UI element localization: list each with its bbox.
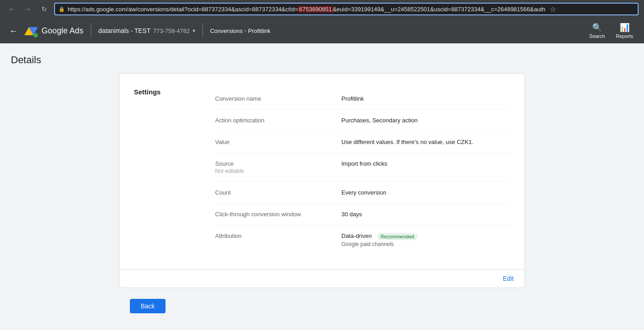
field-value-value: Use different values. If there's no valu… [341,139,510,145]
reports-label: Reports [616,33,633,39]
reload-button[interactable]: ↻ [38,3,51,15]
table-row: Conversion name Profitlink [215,88,510,110]
edit-link[interactable]: Edit [503,275,514,282]
field-label-value: Value [215,139,341,145]
search-button[interactable]: 🔍 Search [586,21,609,41]
field-value-action-optimization: Purchases, Secondary action [341,117,510,124]
header-actions: 🔍 Search 📊 Reports [586,21,637,41]
field-label-source: Source Not editable [215,160,341,174]
attribution-sub: Google paid channels [341,241,510,247]
settings-grid: Settings Conversion name Profitlink [134,88,510,255]
svg-point-2 [33,33,38,37]
field-label-count: Count [215,189,341,196]
page-content: Details Settings Conversion name [0,43,644,324]
account-dropdown-icon: ▾ [193,28,195,34]
header-divider-2 [202,23,203,38]
google-ads-logo-icon [23,23,38,38]
forward-nav-button[interactable]: → [22,3,34,15]
back-button-area: Back [119,299,525,313]
browser-chrome: ← → ↻ 🔒 https://ads.google.com/aw/conver… [0,0,644,18]
header-divider-1 [91,23,91,38]
table-row: Source Not editable Import from clicks [215,153,510,182]
google-ads-label: Google Ads [41,26,83,36]
account-selector[interactable]: datanimals - TEST 773-758-4782 ▾ [98,27,195,34]
edit-section: Edit [120,269,524,288]
search-icon: 🔍 [592,23,602,33]
account-name-text: datanimals - TEST [98,27,151,34]
ads-header: ← Google Ads datanimals - TEST 773-758-4… [0,18,644,43]
search-label: Search [589,33,605,39]
page-title: Details [0,54,644,73]
address-bar[interactable]: 🔒 https://ads.google.com/aw/conversions/… [54,3,639,15]
settings-label-col: Settings [134,88,215,255]
field-value-count: Every conversion [341,189,510,196]
breadcrumb-parent-link[interactable]: Conversions [210,28,243,34]
breadcrumb-arrow: › [244,28,246,34]
field-value-conversion-name: Profitlink [341,95,510,102]
field-label-click-through: Click-through conversion window [215,211,341,218]
table-row: Attribution Data-driven Recommended Goog… [215,225,510,255]
content-area: Settings Conversion name Profitlink [0,73,644,313]
recommended-badge: Recommended [377,233,418,240]
account-phone-text: 773-758-4782 [153,28,190,34]
table-row: Count Every conversion [215,182,510,204]
field-label-conversion-name: Conversion name [215,95,341,102]
settings-rows: Conversion name Profitlink Action optimi… [215,88,510,255]
secure-icon: 🔒 [59,6,65,12]
settings-section-label: Settings [134,88,204,96]
table-row: Action optimization Purchases, Secondary… [215,110,510,131]
field-value-click-through: 30 days [341,211,510,218]
header-back-button[interactable]: ← [7,24,20,38]
url-text: https://ads.google.com/aw/conversions/de… [68,6,545,13]
settings-card: Settings Conversion name Profitlink [119,73,525,288]
google-ads-logo: Google Ads [23,23,83,38]
field-value-attribution: Data-driven Recommended Google paid chan… [341,232,510,247]
breadcrumb-current: Profitlink [248,28,271,34]
field-label-attribution: Attribution [215,232,341,247]
reports-button[interactable]: 📊 Reports [612,21,637,41]
url-highlight: 6753890851 [298,6,332,13]
settings-inner: Settings Conversion name Profitlink [120,74,524,269]
bookmark-icon[interactable]: ☆ [550,5,556,14]
table-row: Value Use different values. If there's n… [215,131,510,153]
field-label-action-optimization: Action optimization [215,117,341,124]
back-button[interactable]: Back [130,299,166,313]
field-value-source: Import from clicks [341,160,510,174]
back-nav-button[interactable]: ← [5,3,18,15]
breadcrumb: Conversions › Profitlink [210,28,271,34]
table-row: Click-through conversion window 30 days [215,204,510,225]
reports-icon: 📊 [620,23,630,33]
